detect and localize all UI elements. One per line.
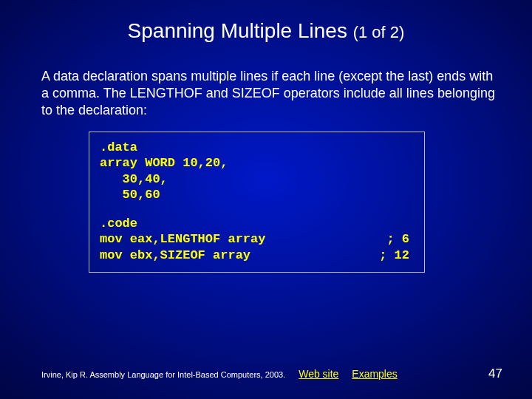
footer: Irvine, Kip R. Assembly Language for Int… — [41, 366, 502, 381]
body-text: A data declaration spans multiple lines … — [41, 68, 502, 119]
title-main: Spanning Multiple Lines — [128, 19, 353, 42]
code-block-data: .data array WORD 10,20, 30,40, 50,60 — [100, 140, 414, 202]
code-comment: ; 12 — [379, 248, 414, 263]
citation: Irvine, Kip R. Assembly Language for Int… — [41, 370, 285, 379]
code-line: mov eax,LENGTHOF array — [100, 231, 265, 247]
code-comment: ; 6 — [386, 231, 414, 247]
link-website[interactable]: Web site — [299, 368, 338, 380]
title-sub: (1 of 2) — [353, 23, 405, 41]
code-line: mov ebx,SIZEOF array — [100, 248, 250, 263]
slide-title: Spanning Multiple Lines (1 of 2) — [0, 19, 532, 43]
code-line: .code — [100, 216, 137, 231]
link-examples[interactable]: Examples — [352, 368, 397, 380]
slide: Spanning Multiple Lines (1 of 2) A data … — [0, 0, 532, 399]
code-box: .data array WORD 10,20, 30,40, 50,60 .co… — [89, 132, 425, 273]
footer-links: Web site Examples — [299, 368, 408, 380]
page-number: 47 — [488, 366, 502, 381]
